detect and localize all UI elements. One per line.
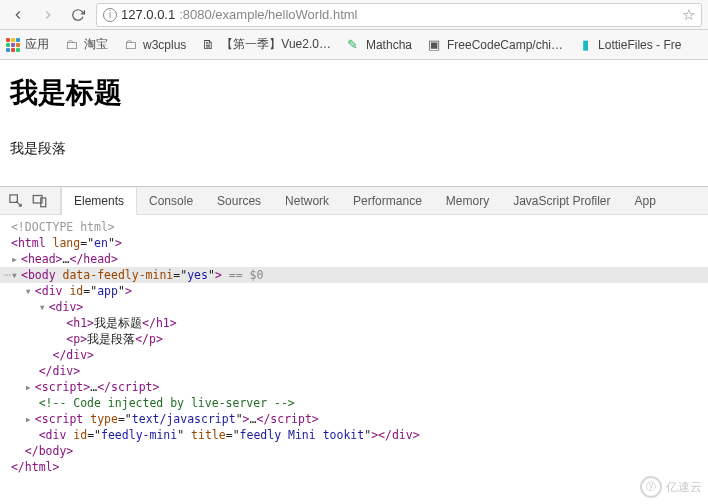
dom-line[interactable]: <h1>我是标题</h1>: [0, 315, 708, 331]
bookmark-label: FreeCodeCamp/chi…: [447, 38, 563, 52]
address-bar[interactable]: i 127.0.0.1:8080/example/helloWorld.html…: [96, 3, 702, 27]
bookmark-label: Mathcha: [366, 38, 412, 52]
bookmark-fcc[interactable]: ▣ FreeCodeCamp/chi…: [426, 37, 563, 53]
tab-sources[interactable]: Sources: [205, 187, 273, 214]
bookmark-mathcha[interactable]: ✎ Mathcha: [345, 37, 412, 53]
tab-memory[interactable]: Memory: [434, 187, 501, 214]
dom-line[interactable]: </html>: [0, 459, 708, 475]
dom-line[interactable]: <script type="text/javascript">…</script…: [0, 411, 708, 427]
back-button[interactable]: [6, 3, 30, 27]
browser-toolbar: i 127.0.0.1:8080/example/helloWorld.html…: [0, 0, 708, 30]
watermark-icon: ⓨ: [640, 476, 662, 481]
reload-button[interactable]: [66, 3, 90, 27]
page-viewport: 我是标题 我是段落: [0, 60, 708, 186]
folder-icon: 🗀: [122, 37, 138, 53]
dom-line[interactable]: </body>: [0, 443, 708, 459]
watermark: ⓨ 亿速云: [640, 476, 702, 481]
bookmark-label: w3cplus: [143, 38, 186, 52]
tab-performance[interactable]: Performance: [341, 187, 434, 214]
bookmark-w3cplus[interactable]: 🗀 w3cplus: [122, 37, 186, 53]
site-icon: ▮: [577, 37, 593, 53]
site-info-icon[interactable]: i: [103, 8, 117, 22]
tab-jsprofiler[interactable]: JavaScript Profiler: [501, 187, 622, 214]
tab-elements[interactable]: Elements: [61, 188, 137, 215]
dom-line[interactable]: <head>…</head>: [0, 251, 708, 267]
dom-line[interactable]: <!-- Code injected by live-server -->: [0, 395, 708, 411]
page-icon: 🗎: [200, 37, 216, 53]
apps-icon: [6, 38, 20, 52]
tab-network[interactable]: Network: [273, 187, 341, 214]
tab-app[interactable]: App: [623, 187, 668, 214]
bookmark-label: 【第一季】Vue2.0…: [221, 36, 331, 53]
dom-line-selected[interactable]: ⋯<body data-feedly-mini="yes"> == $0: [0, 267, 708, 283]
bookmark-taobao[interactable]: 🗀 淘宝: [63, 36, 108, 53]
dom-line[interactable]: <div id="app">: [0, 283, 708, 299]
dom-line[interactable]: <script>…</script>: [0, 379, 708, 395]
devtools-tabbar: Elements Console Sources Network Perform…: [0, 187, 708, 215]
dom-line[interactable]: <!DOCTYPE html>: [0, 219, 708, 235]
url-path: :8080/example/helloWorld.html: [179, 7, 357, 22]
bookmark-star-icon[interactable]: ☆: [682, 6, 695, 24]
devtools-panel: Elements Console Sources Network Perform…: [0, 186, 708, 481]
bookmark-label: 应用: [25, 36, 49, 53]
dom-line[interactable]: </div>: [0, 347, 708, 363]
site-icon: ✎: [345, 37, 361, 53]
dom-line[interactable]: </div>: [0, 363, 708, 379]
bookmark-vue[interactable]: 🗎 【第一季】Vue2.0…: [200, 36, 331, 53]
site-icon: ▣: [426, 37, 442, 53]
dom-line[interactable]: <p>我是段落</p>: [0, 331, 708, 347]
bookmark-apps[interactable]: 应用: [6, 36, 49, 53]
elements-dom-tree[interactable]: <!DOCTYPE html> <html lang="en"> <head>……: [0, 215, 708, 481]
bookmark-lottie[interactable]: ▮ LottieFiles - Fre: [577, 37, 681, 53]
page-heading: 我是标题: [10, 74, 698, 112]
folder-icon: 🗀: [63, 37, 79, 53]
dom-line[interactable]: <div>: [0, 299, 708, 315]
device-toolbar-icon[interactable]: [30, 192, 48, 210]
watermark-text: 亿速云: [666, 479, 702, 482]
page-paragraph: 我是段落: [10, 140, 698, 158]
dom-line[interactable]: <div id="feedly-mini" title="feedly Mini…: [0, 427, 708, 443]
dom-line[interactable]: <html lang="en">: [0, 235, 708, 251]
url-host: 127.0.0.1: [121, 7, 175, 22]
tab-console[interactable]: Console: [137, 187, 205, 214]
bookmark-label: LottieFiles - Fre: [598, 38, 681, 52]
bookmark-label: 淘宝: [84, 36, 108, 53]
forward-button[interactable]: [36, 3, 60, 27]
bookmarks-bar: 应用 🗀 淘宝 🗀 w3cplus 🗎 【第一季】Vue2.0… ✎ Mathc…: [0, 30, 708, 60]
inspect-element-icon[interactable]: [6, 192, 24, 210]
